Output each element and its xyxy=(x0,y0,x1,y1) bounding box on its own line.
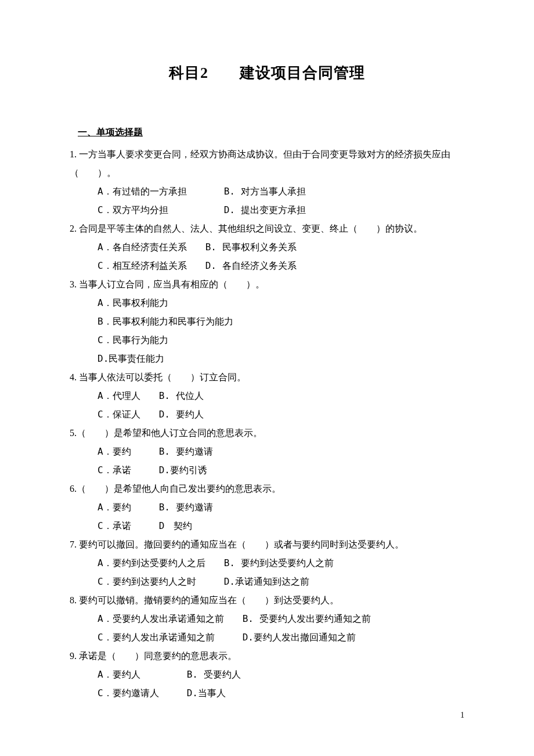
question-text: 2. 合同是平等主体的自然人、法人、其他组织之间设立、变更、终止（ ）的协议。 xyxy=(70,219,464,238)
page-title: 科目2 建设项目合同管理 xyxy=(70,58,464,88)
question-5: 5.（ ）是希望和他人订立合同的意思表示。 A．要约 B. 要约邀请 C．承诺 … xyxy=(70,424,464,480)
option-line: A．要约到达受要约人之后 B. 要约到达受要约人之前 xyxy=(98,554,464,573)
option-line: B．民事权利能力和民事行为能力 xyxy=(98,312,464,331)
option-line: A．代理人 B. 代位人 xyxy=(98,387,464,405)
question-3: 3. 当事人订立合同，应当具有相应的（ ）。 A．民事权利能力 B．民事权利能力… xyxy=(70,275,464,368)
question-options: A．各自经济责任关系 B. 民事权利义务关系 C．相互经济利益关系 D. 各自经… xyxy=(70,238,464,275)
question-9: 9. 承诺是（ ）同意要约的意思表示。 A．要约人 B. 受要约人 C．要约邀请… xyxy=(70,647,464,703)
option-line: A．要约 B. 要约邀请 xyxy=(98,442,464,461)
option-line: C．双方平均分担 D. 提出变更方承担 xyxy=(98,201,464,219)
question-options: A．要约到达受要约人之后 B. 要约到达受要约人之前 C．要约到达要约人之时 D… xyxy=(70,554,464,591)
question-options: A．要约人 B. 受要约人 C．要约邀请人 D.当事人 xyxy=(70,665,464,703)
option-line: A．受要约人发出承诺通知之前 B. 受要约人发出要约通知之前 xyxy=(98,610,464,628)
option-line: C．保证人 D. 要约人 xyxy=(98,405,464,424)
option-line: A．要约人 B. 受要约人 xyxy=(98,665,464,684)
option-line: C．民事行为能力 xyxy=(98,331,464,350)
question-text: 7. 要约可以撤回。撤回要约的通知应当在（ ）或者与要约同时到达受要约人。 xyxy=(70,535,464,554)
question-options: A．有过错的一方承担 B. 对方当事人承担 C．双方平均分担 D. 提出变更方承… xyxy=(70,182,464,219)
question-text: 6.（ ）是希望他人向自己发出要约的意思表示。 xyxy=(70,480,464,498)
question-6: 6.（ ）是希望他人向自己发出要约的意思表示。 A．要约 B. 要约邀请 C．承… xyxy=(70,480,464,535)
option-line: D.民事责任能力 xyxy=(98,350,464,368)
option-line: C．要约人发出承诺通知之前 D.要约人发出撤回通知之前 xyxy=(98,628,464,647)
question-4: 4. 当事人依法可以委托（ ）订立合同。 A．代理人 B. 代位人 C．保证人 … xyxy=(70,368,464,424)
section-heading: 一、单项选择题 xyxy=(70,123,464,142)
question-text: 3. 当事人订立合同，应当具有相应的（ ）。 xyxy=(70,275,464,294)
question-options: A．要约 B. 要约邀请 C．承诺 D 契约 xyxy=(70,498,464,535)
option-line: C．要约到达要约人之时 D.承诺通知到达之前 xyxy=(98,573,464,591)
option-line: A．要约 B. 要约邀请 xyxy=(98,498,464,517)
question-text: 5.（ ）是希望和他人订立合同的意思表示。 xyxy=(70,424,464,442)
page-number: 1 xyxy=(460,711,464,720)
question-options: A．民事权利能力 B．民事权利能力和民事行为能力 C．民事行为能力 D.民事责任… xyxy=(70,294,464,368)
question-text: 1. 一方当事人要求变更合同，经双方协商达成协议。但由于合同变更导致对方的经济损… xyxy=(70,145,464,182)
question-text: 8. 要约可以撤销。撤销要约的通知应当在（ ）到达受要约人。 xyxy=(70,591,464,610)
option-line: A．有过错的一方承担 B. 对方当事人承担 xyxy=(98,182,464,201)
question-options: A．受要约人发出承诺通知之前 B. 受要约人发出要约通知之前 C．要约人发出承诺… xyxy=(70,610,464,647)
question-text: 9. 承诺是（ ）同意要约的意思表示。 xyxy=(70,647,464,665)
question-2: 2. 合同是平等主体的自然人、法人、其他组织之间设立、变更、终止（ ）的协议。 … xyxy=(70,219,464,275)
question-1: 1. 一方当事人要求变更合同，经双方协商达成协议。但由于合同变更导致对方的经济损… xyxy=(70,145,464,219)
option-line: C．承诺 D 契约 xyxy=(98,517,464,535)
question-options: A．代理人 B. 代位人 C．保证人 D. 要约人 xyxy=(70,387,464,424)
question-7: 7. 要约可以撤回。撤回要约的通知应当在（ ）或者与要约同时到达受要约人。 A．… xyxy=(70,535,464,591)
question-options: A．要约 B. 要约邀请 C．承诺 D.要约引诱 xyxy=(70,442,464,480)
option-line: A．各自经济责任关系 B. 民事权利义务关系 xyxy=(98,238,464,257)
question-text: 4. 当事人依法可以委托（ ）订立合同。 xyxy=(70,368,464,387)
option-line: C．承诺 D.要约引诱 xyxy=(98,461,464,480)
document-page: 科目2 建设项目合同管理 一、单项选择题 1. 一方当事人要求变更合同，经双方协… xyxy=(0,0,534,737)
option-line: C．相互经济利益关系 D. 各自经济义务关系 xyxy=(98,257,464,275)
option-line: A．民事权利能力 xyxy=(98,294,464,312)
question-8: 8. 要约可以撤销。撤销要约的通知应当在（ ）到达受要约人。 A．受要约人发出承… xyxy=(70,591,464,647)
option-line: C．要约邀请人 D.当事人 xyxy=(98,684,464,703)
